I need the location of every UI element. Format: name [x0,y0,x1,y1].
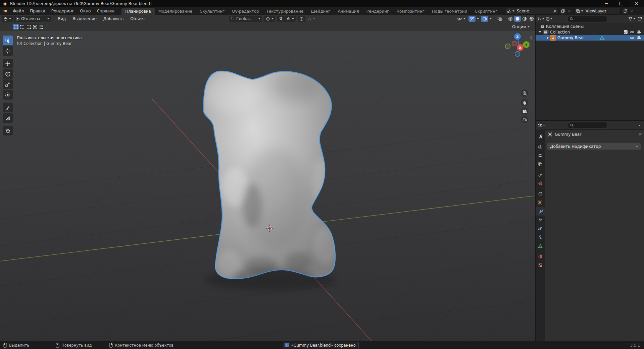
3d-viewport[interactable]: Пользовательская перспектива (0) Collect… [0,31,535,341]
viewlayer-new-copy-button[interactable] [623,8,628,14]
tool-options-dropdown[interactable]: Опции [512,24,530,29]
outliner-filter-id-dropdown[interactable] [545,17,552,21]
pan-view-button[interactable] [521,99,528,106]
new-collection-button[interactable] [638,16,643,21]
viewlayer-remove-icon[interactable] [630,10,633,13]
shading-material-button[interactable] [521,16,528,22]
tab-animation[interactable]: Анимация [334,8,362,15]
collection-render-camera-icon[interactable] [637,30,641,34]
outliner-filter-dropdown[interactable] [628,17,635,21]
snap-settings-dropdown[interactable] [285,16,296,22]
object-visibility-dropdown[interactable] [455,16,467,22]
tool-move[interactable] [3,59,13,68]
tool-rotate[interactable] [3,69,13,79]
collection-expand-icon[interactable] [539,31,541,33]
object-expand-icon[interactable] [547,37,549,39]
properties-search-field[interactable] [568,122,607,128]
tab-scene[interactable] [536,170,545,179]
tab-particles[interactable] [536,216,545,224]
pivot-point-dropdown[interactable] [264,16,275,22]
tab-sculpting[interactable]: Скульптинг [196,8,228,15]
menu-window[interactable]: Окно [77,7,94,15]
outliner-row-gummy-bear[interactable]: Gummy Bear [536,35,644,41]
add-modifier-button[interactable]: Добавить модификатор [547,143,641,150]
menu-render[interactable]: Рендеринг [48,7,77,15]
tab-material[interactable] [536,252,545,261]
menu-file[interactable]: Файл [10,7,27,15]
select-mode-extend[interactable] [19,24,25,30]
menu-select[interactable]: Выделение [70,15,99,23]
show-overlays-toggle[interactable] [481,16,488,22]
tab-layout[interactable]: Планировка [121,8,154,15]
menu-view[interactable]: Вид [55,15,68,23]
tab-modifiers[interactable] [536,207,545,216]
tab-view-layer[interactable] [536,160,545,169]
tool-annotate[interactable] [3,103,13,112]
shading-solid-button[interactable] [514,16,521,22]
proportional-falloff-dropdown[interactable] [306,16,317,22]
menu-help[interactable]: Справка [94,7,117,15]
close-button[interactable] [629,0,644,7]
tab-scripting[interactable]: Скриптинг [471,8,501,15]
select-mode-subtract[interactable] [26,24,32,30]
tab-texture[interactable] [536,261,545,270]
tool-select-box[interactable] [3,36,13,45]
tab-rendering[interactable]: Рендеринг [363,8,393,15]
tab-constraints[interactable] [536,233,545,242]
properties-options-chevron[interactable] [638,125,640,126]
gizmo-dropdown[interactable] [476,16,480,22]
sidebar-collapse-arrow[interactable] [530,35,533,41]
tab-collection[interactable] [536,189,545,198]
maximize-button[interactable] [614,0,629,7]
tab-object-data[interactable] [536,242,545,250]
proportional-editing-toggle[interactable] [298,16,305,22]
camera-view-button[interactable] [521,108,528,115]
minimize-button[interactable] [599,0,614,7]
viewport-scene[interactable] [0,31,535,341]
properties-editor-type-button[interactable] [537,123,545,128]
gizmo-axis-neg-y[interactable] [505,44,510,49]
tool-scale[interactable] [3,79,13,89]
pin-icon[interactable] [638,132,642,136]
select-mode-intersect[interactable] [38,24,44,30]
object-render-camera-icon[interactable] [637,36,641,40]
select-mode-set[interactable] [13,24,19,30]
tool-add-cube[interactable] [3,126,13,135]
outliner-row-scene-collection[interactable]: Коллекция сцены [536,23,644,29]
tool-cursor[interactable] [3,46,13,56]
editor-type-button[interactable] [2,16,13,22]
menu-object[interactable]: Объект [128,15,149,23]
toggle-ortho-button[interactable] [521,116,528,123]
tab-texture-paint[interactable]: Текстурирование [263,8,307,15]
transform-orientation-dropdown[interactable]: Глоба... [229,16,262,22]
tab-object[interactable] [536,198,545,207]
tab-tool[interactable] [536,132,545,141]
tool-measure[interactable] [3,113,13,123]
tab-output[interactable] [536,151,545,160]
tab-render[interactable] [536,142,545,151]
collection-exclude-checkbox[interactable] [624,30,628,34]
mode-dropdown[interactable]: Объекты [14,16,51,22]
tab-uv-editing[interactable]: UV-редактор [228,8,262,15]
collection-hide-eye-icon[interactable] [630,31,635,34]
gummy-bear-object[interactable] [203,71,336,288]
app-menu-button[interactable] [0,7,10,15]
viewlayer-selector[interactable]: ViewLayer [574,8,621,14]
gizmo-axis-neg-x[interactable] [512,41,517,46]
scene-unlink-icon[interactable] [568,10,571,13]
tab-shading[interactable]: Шейдинг [307,8,334,15]
scene-selector[interactable]: Scene [505,8,558,14]
menu-edit[interactable]: Правка [27,7,48,15]
gizmo-axis-neg-z[interactable] [515,52,520,57]
tab-physics[interactable] [536,224,545,233]
snap-toggle[interactable] [277,16,285,22]
outliner-row-collection[interactable]: Collection [536,29,644,35]
overlays-dropdown[interactable] [489,16,492,22]
show-gizmo-toggle[interactable] [468,16,476,22]
tab-world[interactable] [536,179,545,188]
shading-rendered-button[interactable] [528,16,535,22]
object-hide-eye-icon[interactable] [630,36,635,40]
pin-icon[interactable] [553,9,556,13]
tab-geometry-nodes[interactable]: Ноды геометрии [428,8,471,15]
shading-wireframe-button[interactable] [507,16,514,22]
